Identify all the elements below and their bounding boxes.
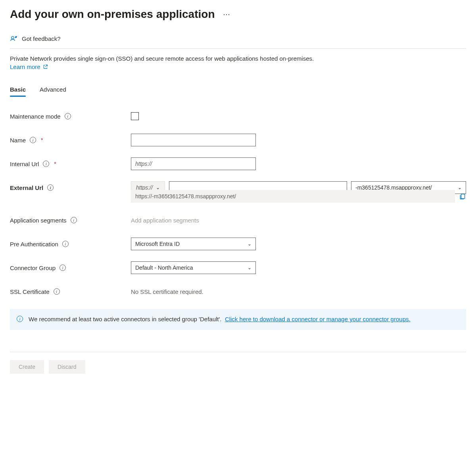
info-icon[interactable]: i: [60, 265, 66, 271]
ssl-certificate-label: SSL Certificate: [10, 288, 50, 295]
chevron-down-icon: ⌄: [156, 185, 160, 190]
required-marker: *: [54, 161, 56, 167]
tab-basic[interactable]: Basic: [10, 86, 26, 96]
more-icon[interactable]: ⋯: [223, 10, 230, 19]
external-url-label: External Url: [10, 184, 43, 191]
connector-group-select[interactable]: Default - North America ⌄: [131, 261, 256, 274]
info-icon[interactable]: i: [62, 241, 69, 247]
info-icon[interactable]: i: [43, 161, 49, 167]
tab-advanced[interactable]: Advanced: [40, 86, 66, 96]
external-link-icon: [43, 64, 48, 69]
pre-authentication-label: Pre Authentication: [10, 241, 58, 247]
info-icon: i: [17, 316, 23, 322]
required-marker: *: [41, 137, 43, 143]
feedback-icon[interactable]: [10, 35, 18, 42]
info-banner-text: We recommend at least two active connect…: [29, 316, 222, 322]
maintenance-mode-label: Maintenance mode: [10, 113, 61, 120]
external-url-readout: https://-m365t36125478.msappproxy.net/: [131, 190, 455, 203]
name-input[interactable]: [131, 134, 256, 146]
name-label: Name: [10, 137, 26, 144]
application-segments-label: Application segments: [10, 217, 67, 224]
ssl-certificate-text: No SSL certificate required.: [131, 288, 203, 295]
info-banner: i We recommend at least two active conne…: [10, 309, 466, 330]
svg-point-0: [12, 36, 14, 39]
internal-url-input[interactable]: [131, 157, 256, 170]
maintenance-mode-checkbox[interactable]: [131, 112, 139, 120]
learn-more-link[interactable]: Learn more: [10, 63, 48, 70]
feedback-link[interactable]: Got feedback?: [22, 35, 61, 42]
info-icon[interactable]: i: [30, 137, 36, 143]
pre-authentication-select[interactable]: Microsoft Entra ID ⌄: [131, 238, 256, 250]
info-icon[interactable]: i: [54, 288, 60, 295]
description-text: Private Network provides single sign-on …: [10, 54, 466, 63]
discard-button[interactable]: Discard: [49, 360, 85, 374]
chevron-down-icon: ⌄: [248, 265, 251, 270]
page-title: Add your own on-premises application: [10, 8, 215, 21]
info-icon[interactable]: i: [65, 113, 71, 119]
add-application-segments-link[interactable]: Add application segments: [131, 217, 199, 224]
chevron-down-icon: ⌄: [248, 241, 251, 247]
internal-url-label: Internal Url: [10, 161, 39, 167]
connector-group-label: Connector Group: [10, 265, 56, 271]
download-connector-link[interactable]: Click here to download a connector or ma…: [225, 316, 411, 322]
create-button[interactable]: Create: [10, 360, 44, 374]
info-icon[interactable]: i: [47, 184, 54, 191]
copy-icon[interactable]: [459, 193, 466, 200]
info-icon[interactable]: i: [71, 217, 77, 223]
chevron-down-icon: ⌄: [458, 185, 462, 190]
